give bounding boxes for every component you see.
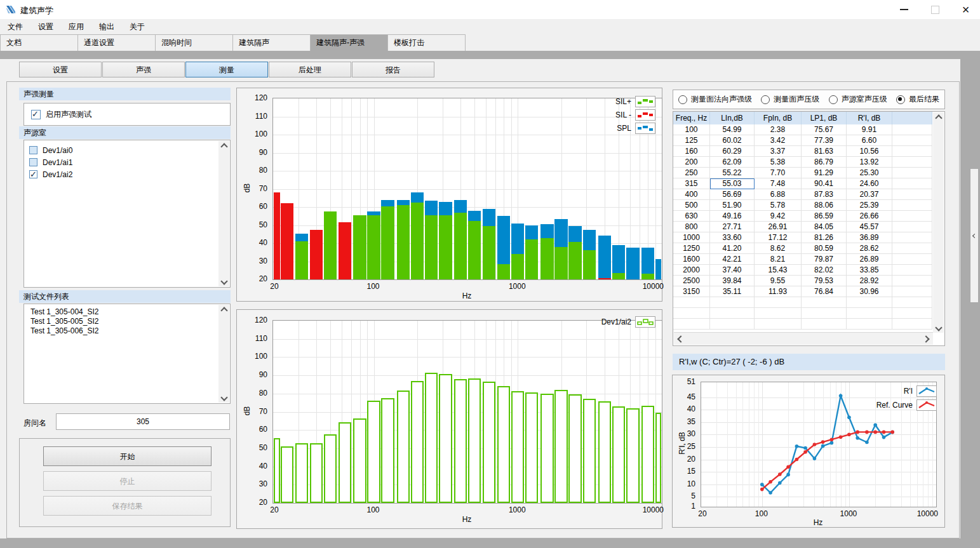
table-cell[interactable]: 1250 <box>673 243 710 254</box>
table-cell[interactable]: 84.05 <box>802 222 847 232</box>
channel-item[interactable]: Dev1/ai0 <box>29 144 230 156</box>
tab-4[interactable]: 建筑隔声-声强 <box>311 34 388 51</box>
table-cell[interactable]: 30.96 <box>847 286 892 297</box>
table-cell[interactable]: 3.42 <box>755 135 802 146</box>
table-cell[interactable]: 25.30 <box>847 168 892 178</box>
table-cell[interactable]: 41.20 <box>710 243 755 254</box>
table-cell[interactable]: 3150 <box>673 286 710 297</box>
table-cell[interactable]: 2.38 <box>755 124 802 135</box>
enable-intensity-checkbox[interactable]: 启用声强测试 <box>31 109 230 121</box>
table-cell[interactable]: 28.92 <box>847 276 892 286</box>
table-cell[interactable]: 8.62 <box>755 243 802 254</box>
scroll-up-arrow[interactable] <box>218 141 229 152</box>
radio-option-3[interactable]: 最后结果 <box>896 94 939 105</box>
tab-3[interactable]: 建筑隔声 <box>233 34 311 51</box>
table-cell[interactable] <box>892 243 932 254</box>
table-cell[interactable] <box>892 319 932 330</box>
table-cell[interactable]: 160 <box>673 146 710 157</box>
scroll-down-arrow[interactable] <box>218 392 229 403</box>
table-cell[interactable]: 86.79 <box>802 157 847 168</box>
table-cell[interactable]: 56.69 <box>710 189 755 200</box>
table-cell[interactable]: 88.06 <box>802 200 847 211</box>
table-cell[interactable] <box>892 286 932 297</box>
table-cell[interactable]: 9.91 <box>847 124 892 135</box>
file-item[interactable]: Test 1_305-004_SI2 <box>30 307 230 317</box>
table-cell[interactable] <box>847 308 892 319</box>
radio-option-2[interactable]: 声源室声压级 <box>829 94 887 105</box>
maximize-button[interactable] <box>921 0 950 19</box>
table-cell[interactable] <box>892 200 932 211</box>
file-item[interactable]: Test 1_305-005_SI2 <box>30 317 230 326</box>
tab-5[interactable]: 楼板打击 <box>388 34 466 51</box>
table-cell[interactable] <box>892 124 932 135</box>
table-cell[interactable]: 77.39 <box>802 135 847 146</box>
table-cell[interactable]: 49.16 <box>710 211 755 222</box>
menu-item-3[interactable]: 输出 <box>91 19 122 34</box>
table-cell[interactable] <box>892 265 932 276</box>
table-cell[interactable] <box>892 178 932 189</box>
table-cell[interactable]: 500 <box>673 200 710 211</box>
menu-item-2[interactable]: 应用 <box>61 19 91 34</box>
table-cell[interactable] <box>710 308 755 319</box>
scroll-left-arrow[interactable] <box>675 333 686 344</box>
table-cell[interactable]: 25.39 <box>847 200 892 211</box>
table-cell[interactable]: 11.93 <box>755 286 802 297</box>
table-cell[interactable]: 81.63 <box>802 146 847 157</box>
table-cell[interactable]: 33.85 <box>847 265 892 276</box>
table-cell[interactable]: 27.71 <box>710 222 755 232</box>
table-cell[interactable] <box>892 232 932 243</box>
subtab-2[interactable]: 测量 <box>185 62 268 77</box>
table-cell[interactable]: 8.21 <box>755 254 802 265</box>
table-cell[interactable]: 1000 <box>673 232 710 243</box>
menu-item-4[interactable]: 关于 <box>122 19 152 34</box>
table-cell[interactable]: 28.62 <box>847 243 892 254</box>
table-cell[interactable]: 35.11 <box>710 286 755 297</box>
radio-option-1[interactable]: 测量面声压级 <box>761 94 819 105</box>
table-cell[interactable]: 76.84 <box>802 286 847 297</box>
table-cell[interactable]: 54.99 <box>710 124 755 135</box>
subtab-1[interactable]: 声强 <box>102 62 185 77</box>
scroll-up-arrow[interactable] <box>218 305 229 316</box>
table-cell[interactable] <box>710 297 755 308</box>
table-cell[interactable]: 75.67 <box>802 124 847 135</box>
table-cell[interactable]: 26.66 <box>847 211 892 222</box>
table-cell[interactable] <box>892 222 932 232</box>
table-cell[interactable] <box>892 211 932 222</box>
table-cell[interactable]: 250 <box>673 168 710 178</box>
table-cell[interactable]: 5.38 <box>755 157 802 168</box>
table-cell[interactable]: 62.09 <box>710 157 755 168</box>
table-cell[interactable]: 79.87 <box>802 254 847 265</box>
table-cell[interactable] <box>802 297 847 308</box>
table-cell[interactable]: 7.48 <box>755 178 802 189</box>
menu-item-1[interactable]: 设置 <box>30 19 61 34</box>
table-cell[interactable]: 20.37 <box>847 189 892 200</box>
table-cell[interactable] <box>673 308 710 319</box>
table-v-scrollbar[interactable] <box>933 112 944 333</box>
channel-item[interactable]: Dev1/ai2 <box>29 168 230 180</box>
table-cell[interactable]: 9.55 <box>755 276 802 286</box>
table-cell[interactable] <box>673 319 710 330</box>
table-cell[interactable] <box>802 319 847 330</box>
file-list-scrollbar[interactable] <box>218 305 229 403</box>
table-cell[interactable]: 2000 <box>673 265 710 276</box>
table-cell[interactable] <box>892 189 932 200</box>
tab-2[interactable]: 混响时间 <box>156 34 233 51</box>
table-cell[interactable] <box>710 319 755 330</box>
menu-item-0[interactable]: 文件 <box>0 19 30 34</box>
table-cell[interactable] <box>892 308 932 319</box>
radio-option-0[interactable]: 测量面法向声强级 <box>678 94 752 105</box>
table-cell[interactable] <box>847 297 892 308</box>
scroll-down-arrow[interactable] <box>218 276 229 286</box>
table-cell[interactable]: 82.02 <box>802 265 847 276</box>
subtab-4[interactable]: 报告 <box>352 62 434 77</box>
table-cell[interactable]: 86.59 <box>802 211 847 222</box>
table-cell[interactable] <box>847 319 892 330</box>
table-cell[interactable]: 15.43 <box>755 265 802 276</box>
table-cell[interactable]: 81.26 <box>802 232 847 243</box>
channel-item[interactable]: Dev1/ai1 <box>29 156 230 168</box>
table-cell[interactable]: 800 <box>673 222 710 232</box>
table-cell[interactable]: 51.90 <box>710 200 755 211</box>
table-cell[interactable]: 37.40 <box>710 265 755 276</box>
table-cell[interactable]: 26.91 <box>755 222 802 232</box>
table-cell[interactable] <box>755 297 802 308</box>
